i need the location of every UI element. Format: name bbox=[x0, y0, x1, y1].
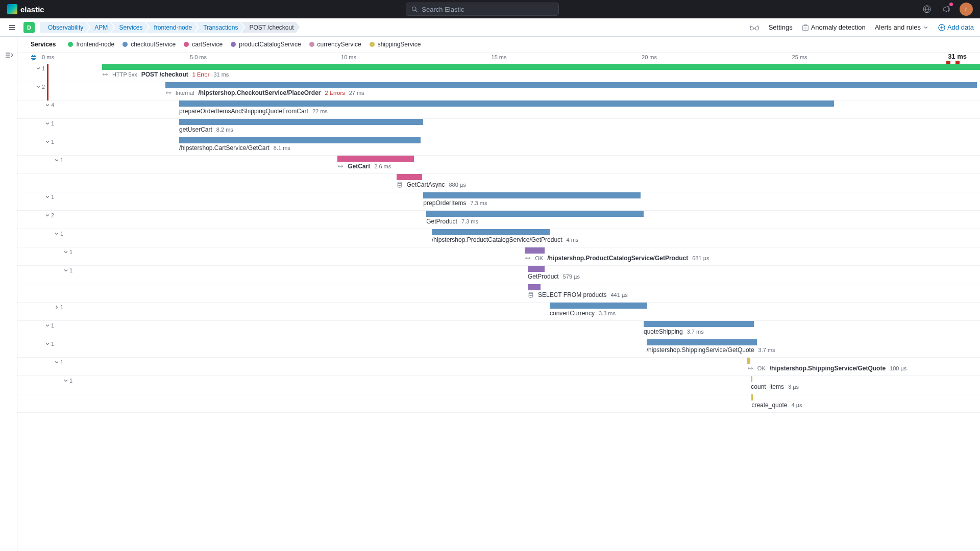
breadcrumb-item[interactable]: Observability bbox=[40, 22, 89, 33]
globe-icon[interactable] bbox=[921, 3, 933, 15]
span-row[interactable]: 1HTTP 5xxPOST /checkout1 Error31 ms bbox=[17, 64, 980, 82]
span-row[interactable]: SELECT FROM products441 µs bbox=[17, 284, 980, 303]
user-avatar[interactable]: r bbox=[960, 3, 973, 16]
toggle-children[interactable]: 1 bbox=[63, 378, 72, 384]
span-icon bbox=[165, 90, 172, 96]
span-row[interactable]: 1convertCurrency3.3 ms bbox=[17, 303, 980, 321]
legend-item[interactable]: checkoutService bbox=[122, 41, 176, 48]
logo[interactable]: elastic bbox=[7, 4, 44, 14]
span-icon bbox=[525, 255, 531, 261]
collapse-all-icon[interactable] bbox=[30, 54, 38, 62]
main-content: Services frontend-nodecheckoutServicecar… bbox=[17, 37, 980, 433]
settings-link[interactable]: Settings bbox=[769, 23, 793, 31]
header-actions: r bbox=[921, 3, 973, 16]
span-row[interactable]: 1count_items3 µs bbox=[17, 376, 980, 394]
span-bar bbox=[102, 64, 980, 70]
toggle-children[interactable]: 1 bbox=[54, 231, 63, 237]
toggle-children[interactable]: 4 bbox=[44, 102, 54, 108]
anomaly-detection-link[interactable]: Anomaly detection bbox=[802, 23, 866, 31]
toggle-children[interactable]: 1 bbox=[44, 120, 54, 127]
toggle-children[interactable]: 1 bbox=[54, 359, 63, 365]
span-row[interactable]: 1/hipstershop.ProductCatalogService/GetP… bbox=[17, 229, 980, 247]
span-name: create_quote bbox=[751, 402, 787, 409]
span-row[interactable]: 4prepareOrderItemsAndShippingQuoteFromCa… bbox=[17, 101, 980, 119]
legend-title: Services bbox=[31, 41, 56, 48]
ml-icon bbox=[802, 24, 809, 31]
span-row[interactable]: 1prepOrderItems7.3 ms bbox=[17, 192, 980, 211]
toggle-children[interactable]: 1 bbox=[54, 157, 63, 163]
glasses-icon[interactable] bbox=[749, 24, 760, 31]
chevron-icon bbox=[44, 102, 51, 108]
toggle-children[interactable]: 1 bbox=[63, 267, 72, 273]
waterfall-chart: 1HTTP 5xxPOST /checkout1 Error31 ms2Inte… bbox=[17, 64, 980, 433]
span-row[interactable]: 1GetCart2.6 ms bbox=[17, 156, 980, 174]
chevron-icon bbox=[44, 139, 51, 145]
legend-dot-icon bbox=[309, 42, 314, 47]
span-row[interactable]: 2GetProduct7.3 ms bbox=[17, 211, 980, 229]
expand-rail-icon[interactable] bbox=[5, 51, 13, 433]
chevron-icon bbox=[44, 194, 51, 200]
span-duration: 441 µs bbox=[610, 292, 627, 298]
span-row[interactable]: 2Internal/hipstershop.CheckoutService/Pl… bbox=[17, 82, 980, 101]
legend-item[interactable]: currencyService bbox=[309, 41, 361, 48]
span-row[interactable]: 1/hipstershop.ShippingService/GetQuote3.… bbox=[17, 339, 980, 358]
span-duration: 100 µs bbox=[890, 365, 906, 371]
span-name: GetCart bbox=[348, 163, 370, 170]
span-name: /hipstershop.ProductCatalogService/GetPr… bbox=[547, 255, 688, 262]
nav-toggle-icon[interactable] bbox=[6, 21, 18, 34]
span-row[interactable]: 1quoteShipping3.7 ms bbox=[17, 321, 980, 339]
toggle-children[interactable]: 1 bbox=[44, 139, 54, 145]
header-action-group: Settings Anomaly detection Alerts and ru… bbox=[749, 23, 974, 31]
database-icon bbox=[528, 292, 534, 298]
global-search-input[interactable]: Search Elastic bbox=[406, 3, 559, 16]
breadcrumb-item[interactable]: frontend-node bbox=[145, 22, 198, 33]
span-duration: 880 µs bbox=[449, 182, 465, 188]
legend-item[interactable]: cartService bbox=[184, 41, 223, 48]
span-row[interactable]: create_quote4 µs bbox=[17, 394, 980, 413]
chevron-icon bbox=[54, 359, 60, 365]
span-bar bbox=[525, 247, 545, 254]
span-row[interactable]: 1OK/hipstershop.ShippingService/GetQuote… bbox=[17, 358, 980, 376]
span-bar bbox=[550, 303, 647, 309]
toggle-children[interactable]: 1 bbox=[63, 249, 72, 255]
span-row[interactable]: 1/hipstershop.CartService/GetCart8.1 ms bbox=[17, 137, 980, 156]
chevron-icon bbox=[44, 322, 51, 329]
span-duration: 8.1 ms bbox=[274, 145, 290, 151]
span-errors: 1 Error bbox=[192, 71, 210, 78]
span-bar bbox=[644, 321, 754, 327]
span-bar bbox=[337, 156, 414, 162]
breadcrumb-item[interactable]: Services bbox=[111, 22, 149, 33]
breadcrumb-item[interactable]: APM bbox=[86, 22, 114, 33]
toggle-children[interactable]: 1 bbox=[44, 341, 54, 347]
axis-tick: 25 ms bbox=[792, 54, 807, 60]
span-name: quoteShipping bbox=[644, 328, 683, 335]
database-icon bbox=[397, 182, 403, 188]
span-bar bbox=[751, 376, 752, 382]
toggle-children[interactable]: 1 bbox=[44, 322, 54, 329]
toggle-children[interactable]: 2 bbox=[35, 84, 45, 90]
toggle-children[interactable]: 1 bbox=[35, 65, 45, 71]
space-badge[interactable]: D bbox=[23, 22, 35, 33]
breadcrumb-item[interactable]: Transactions bbox=[195, 22, 244, 33]
toggle-children[interactable]: 1 bbox=[44, 194, 54, 200]
toggle-children[interactable]: 1 bbox=[54, 304, 63, 310]
span-row[interactable]: 1getUserCart8.2 ms bbox=[17, 119, 980, 137]
span-name: GetProduct bbox=[528, 273, 559, 280]
span-duration: 681 µs bbox=[692, 255, 709, 261]
span-row[interactable]: 1OK/hipstershop.ProductCatalogService/Ge… bbox=[17, 247, 980, 266]
span-duration: 3.3 ms bbox=[599, 310, 616, 316]
legend-item[interactable]: productCatalogService bbox=[231, 41, 301, 48]
span-row[interactable]: GetCartAsync880 µs bbox=[17, 174, 980, 192]
span-row[interactable]: 1GetProduct579 µs bbox=[17, 266, 980, 284]
legend-dot-icon bbox=[184, 42, 189, 47]
legend-item[interactable]: shippingService bbox=[370, 41, 421, 48]
legend-item[interactable]: frontend-node bbox=[68, 41, 114, 48]
chevron-icon bbox=[44, 341, 51, 347]
span-icon bbox=[337, 163, 344, 169]
chevron-icon bbox=[63, 378, 69, 384]
news-icon[interactable] bbox=[940, 3, 952, 15]
add-data-link[interactable]: Add data bbox=[938, 23, 974, 31]
span-icon bbox=[102, 71, 108, 78]
alerts-rules-link[interactable]: Alerts and rules bbox=[875, 23, 929, 31]
toggle-children[interactable]: 2 bbox=[44, 212, 54, 218]
